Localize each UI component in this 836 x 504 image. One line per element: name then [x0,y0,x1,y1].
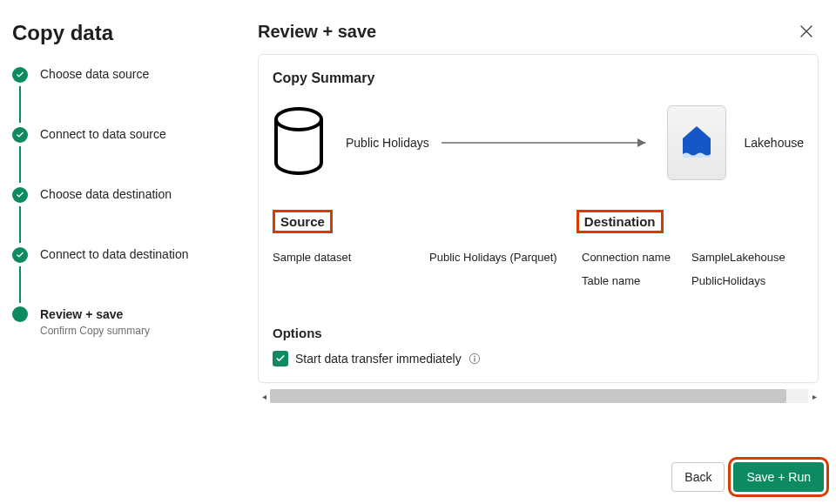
check-circle-icon [12,127,28,143]
check-icon [16,251,24,259]
check-icon [16,131,24,139]
step-label: Choose data destination [40,186,172,202]
database-icon [273,107,325,178]
start-transfer-label: Start data transfer immediately [295,352,462,366]
wizard-sidebar: Copy data Choose data source Connect to … [0,0,233,504]
back-button[interactable]: Back [671,462,725,492]
destination-heading: Destination [576,210,664,233]
save-run-button[interactable]: Save + Run [733,462,824,492]
step-connector [19,86,21,123]
page-title: Review + save [258,22,376,42]
check-circle-icon [12,67,28,83]
start-transfer-checkbox[interactable] [273,351,288,366]
current-step-icon [12,306,28,322]
check-circle-icon [12,187,28,203]
info-icon[interactable] [469,353,481,365]
scroll-right-icon[interactable]: ▸ [808,392,820,401]
step-connector [19,146,21,183]
step-choose-data-destination[interactable]: Choose data destination [12,186,223,203]
step-label: Connect to data destination [40,246,188,262]
step-label: Review + save [40,306,150,322]
svg-rect-4 [474,358,475,361]
step-label: Choose data source [40,66,149,82]
card-title: Copy Summary [273,71,804,86]
check-circle-icon [12,247,28,263]
step-label: Connect to data source [40,126,166,142]
sample-dataset-label: Sample dataset [273,251,429,264]
horizontal-scrollbar[interactable]: ◂ ▸ [258,388,820,404]
connection-name-label: Connection name [582,251,691,264]
scroll-left-icon[interactable]: ◂ [258,392,270,401]
source-name: Public Holidays [346,136,429,150]
sample-dataset-value: Public Holidays (Parquet) [429,251,557,264]
copy-summary-card: Copy Summary Public Holidays [258,54,819,383]
lakehouse-icon [667,105,726,180]
scrollbar-thumb[interactable] [270,389,786,403]
arrow-icon [442,136,656,150]
table-name-label: Table name [582,274,691,287]
step-choose-data-source[interactable]: Choose data source [12,66,223,83]
sidebar-title: Copy data [12,21,223,45]
check-icon [16,71,24,79]
save-run-button-label: Save + Run [746,470,811,484]
destination-name: Lakehouse [744,136,804,150]
step-review-save[interactable]: Review + save Confirm Copy summary [12,306,223,337]
svg-point-0 [276,109,321,130]
connection-name-value: SampleLakehouse [691,251,785,264]
options-heading: Options [273,326,804,340]
back-button-label: Back [684,470,711,484]
check-icon [16,191,24,199]
step-connect-to-data-source[interactable]: Connect to data source [12,126,223,143]
check-icon [275,353,286,364]
step-connector [19,266,21,303]
source-heading: Source [273,210,333,233]
svg-point-3 [474,356,475,358]
step-connect-to-data-destination[interactable]: Connect to data destination [12,246,223,263]
main-panel: Review + save Copy Summary Public Holida… [233,0,836,504]
step-connector [19,206,21,243]
close-button[interactable] [792,17,820,45]
table-name-value: PublicHolidays [691,274,765,287]
step-sublabel: Confirm Copy summary [40,325,150,337]
close-icon [799,24,813,38]
